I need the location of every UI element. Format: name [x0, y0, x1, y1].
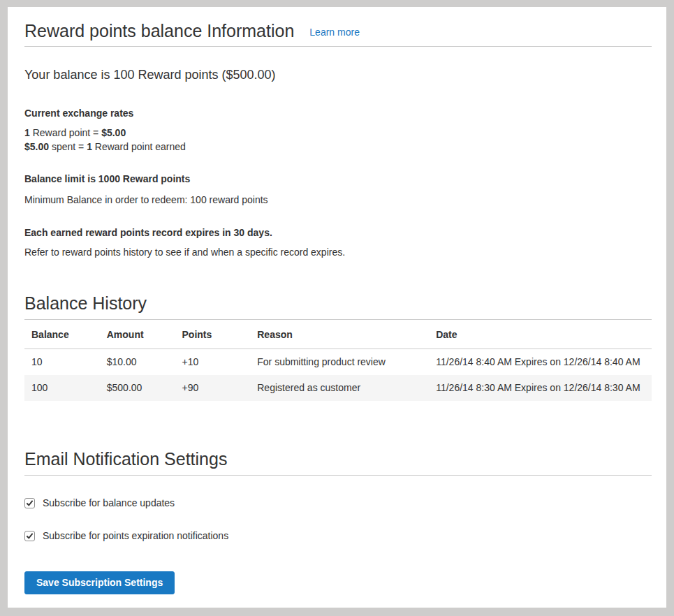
column-header-balance: Balance: [24, 320, 100, 349]
page-header: Reward points balance Information Learn …: [24, 20, 652, 47]
checkmark-icon: [26, 532, 34, 540]
cell-amount: $500.00: [100, 375, 175, 401]
subscription-option-balance-updates: Subscribe for balance updates: [24, 497, 652, 508]
cell-reason: For submitting product review: [250, 349, 429, 376]
exchange-rates-lines: 1 Reward point = $5.00 $5.00 spent = 1 R…: [24, 126, 652, 154]
balance-history-table: Balance Amount Points Reason Date 10 $10…: [24, 320, 652, 401]
rate2-text2: Reward point earned: [92, 141, 186, 152]
checkmark-icon: [26, 499, 34, 507]
points-expiration-label[interactable]: Subscribe for points expiration notifica…: [43, 530, 228, 541]
rate2-points: 1: [87, 141, 92, 152]
balance-updates-label[interactable]: Subscribe for balance updates: [43, 497, 175, 508]
table-row: 10 $10.00 +10 For submitting product rev…: [24, 349, 652, 376]
column-header-reason: Reason: [250, 320, 429, 349]
cell-points: +10: [175, 349, 251, 376]
column-header-date: Date: [429, 320, 652, 349]
column-header-amount: Amount: [100, 320, 175, 349]
cell-points: +90: [175, 375, 251, 401]
cell-reason: Registered as customer: [250, 375, 429, 401]
balance-summary: Your balance is 100 Reward points ($500.…: [24, 66, 652, 83]
exchange-rate-line-1: 1 Reward point = $5.00: [24, 126, 652, 140]
email-notification-settings-title: Email Notification Settings: [24, 448, 652, 476]
exchange-rate-line-2: $5.00 spent = 1 Reward point earned: [24, 140, 652, 154]
balance-updates-checkbox[interactable]: [24, 498, 35, 508]
rate1-amount: $5.00: [101, 127, 126, 138]
column-header-points: Points: [175, 320, 251, 349]
rate2-text1: spent =: [49, 141, 87, 152]
points-expiration-checkbox[interactable]: [24, 531, 35, 541]
reward-points-panel: Reward points balance Information Learn …: [8, 7, 666, 608]
exchange-rates-heading: Current exchange rates: [24, 106, 652, 120]
rate1-points: 1: [24, 127, 30, 138]
cell-date: 11/26/14 8:40 AM Expires on 12/26/14 8:4…: [429, 349, 652, 376]
subscription-option-points-expiration: Subscribe for points expiration notifica…: [24, 530, 652, 541]
rate1-text: Reward point =: [30, 127, 101, 138]
cell-date: 11/26/14 8:30 AM Expires on 12/26/14 8:3…: [429, 375, 652, 401]
cell-amount: $10.00: [100, 349, 175, 376]
balance-limit-note: Balance limit is 1000 Reward points: [24, 172, 652, 186]
balance-history-title: Balance History: [24, 292, 652, 320]
cell-balance: 10: [24, 349, 100, 376]
learn-more-link[interactable]: Learn more: [309, 27, 360, 38]
save-subscription-settings-button[interactable]: Save Subscription Settings: [24, 571, 175, 594]
minimum-balance-note: Minimum Balance in order to redeem: 100 …: [24, 193, 652, 207]
page-title: Reward points balance Information: [24, 20, 294, 42]
table-row: 100 $500.00 +90 Registered as customer 1…: [24, 375, 652, 401]
panel-content: Reward points balance Information Learn …: [8, 7, 666, 608]
expiration-note: Each earned reward points record expires…: [24, 226, 652, 240]
table-header-row: Balance Amount Points Reason Date: [24, 320, 652, 349]
expiration-refer-note: Refer to reward points history to see if…: [24, 245, 652, 259]
rate2-amount: $5.00: [24, 141, 49, 152]
cell-balance: 100: [24, 375, 100, 401]
